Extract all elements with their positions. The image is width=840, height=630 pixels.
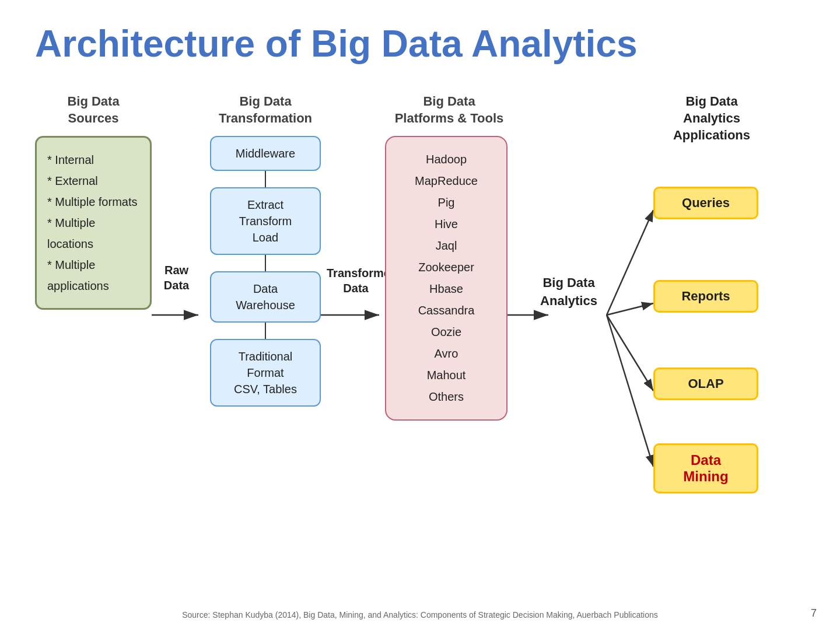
diagram-wrapper: Big Data Sources * Internal * External *… <box>35 93 805 513</box>
platform-item-10: Avro <box>400 343 492 365</box>
page-container: Architecture of Big Data Analytics <box>0 0 840 630</box>
sources-box: * Internal * External * Multiple formats… <box>35 136 152 310</box>
platform-item-8: Cassandra <box>400 300 492 321</box>
etl-box: Extract Transform Load <box>210 187 321 255</box>
transformation-column: Big Data Transformation Middleware Extra… <box>204 93 327 406</box>
page-title: Architecture of Big Data Analytics <box>35 23 805 64</box>
data-warehouse-box: Data Warehouse <box>210 271 321 323</box>
footer: Source: Stephan Kudyba (2014), Big Data,… <box>0 610 840 620</box>
platform-item-6: Zookeeper <box>400 257 492 278</box>
platform-item-7: Hbase <box>400 278 492 300</box>
middleware-box: Middleware <box>210 136 321 171</box>
page-number: 7 <box>811 607 817 620</box>
sources-column: Big Data Sources * Internal * External *… <box>35 93 152 309</box>
olap-box: OLAP <box>653 368 758 400</box>
platform-item-11: Mahout <box>400 365 492 386</box>
source-item-1: * Internal <box>47 149 139 170</box>
analytics-label: Big Data Analytics <box>528 274 610 310</box>
platforms-header: Big Data Platforms & Tools <box>385 93 513 127</box>
transformed-data-label: Transformed Data <box>327 265 385 296</box>
platforms-box: Hadoop MapReduce Pig Hive Jaql Zookeeper… <box>385 136 508 421</box>
applications-header: Big Data Analytics Applications <box>653 93 770 144</box>
source-item-3: * Multiple formats <box>47 191 139 212</box>
platform-item-9: Oozie <box>400 321 492 343</box>
platform-item-4: Hive <box>400 214 492 235</box>
queries-box: Queries <box>653 187 758 219</box>
reports-box: Reports <box>653 280 758 313</box>
platform-item-3: Pig <box>400 192 492 214</box>
sources-header: Big Data Sources <box>35 93 152 127</box>
data-mining-box: Data Mining <box>653 443 758 494</box>
vert-line-1 <box>265 171 266 187</box>
platform-item-5: Jaql <box>400 235 492 257</box>
platform-item-1: Hadoop <box>400 149 492 170</box>
platform-item-12: Others <box>400 386 492 408</box>
vert-line-2 <box>265 255 266 271</box>
vert-line-3 <box>265 323 266 339</box>
platform-item-2: MapReduce <box>400 170 492 192</box>
traditional-format-box: Traditional Format CSV, Tables <box>210 339 321 407</box>
raw-data-label: Raw Data <box>155 262 198 293</box>
source-item-2: * External <box>47 170 139 191</box>
transformation-header: Big Data Transformation <box>204 93 327 127</box>
source-item-4: * Multiple locations <box>47 212 139 254</box>
source-item-5: * Multiple applications <box>47 254 139 296</box>
platforms-column: Big Data Platforms & Tools Hadoop MapRed… <box>385 93 513 420</box>
